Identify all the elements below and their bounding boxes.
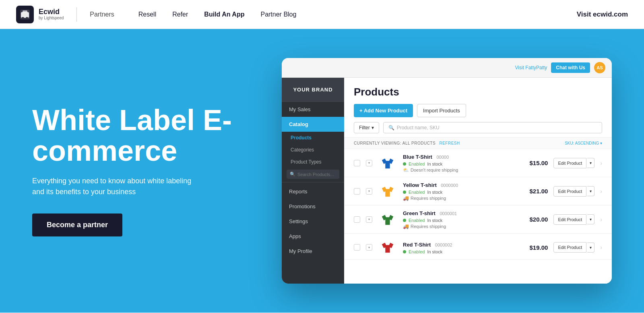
product-sku-3: 0000001: [440, 211, 457, 216]
row-arrow-1: ›: [600, 160, 602, 166]
sidebar-item-apps[interactable]: Apps: [282, 229, 344, 244]
product-price-4: $19.00: [524, 244, 548, 251]
sidebar-item-promotions[interactable]: Promotions: [282, 199, 344, 214]
product-stock-3: In stock: [427, 218, 442, 223]
main-header: Products + Add New Product Import Produc…: [344, 78, 612, 138]
sidebar-divider-1: [282, 182, 344, 182]
navbar-right: Visit ecwid.com: [577, 10, 628, 19]
shipping-label-3: Requires shipping: [411, 224, 446, 229]
edit-product-dropdown-1[interactable]: ▾: [587, 158, 594, 168]
product-price-2: $21.00: [524, 188, 548, 195]
product-stock-2: In stock: [427, 190, 442, 195]
edit-btn-wrap-1: Edit Product ▾: [553, 158, 594, 168]
row-arrow-2: ›: [600, 188, 602, 195]
product-stock-4: In stock: [427, 249, 442, 254]
chat-with-us-button[interactable]: Chat with Us: [551, 62, 590, 73]
product-info-1: Blue T-Shirt 00000 Enabled In stock ⛅: [403, 153, 518, 173]
sort-label[interactable]: SKU: ASCENDING ▾: [565, 141, 602, 145]
product-checkbox-1[interactable]: [354, 160, 360, 166]
table-row: ▾ Green T-shirt 0000001: [344, 205, 612, 234]
main-panel: Products + Add New Product Import Produc…: [344, 78, 612, 284]
product-checkbox-4[interactable]: [354, 244, 360, 251]
visit-ecwid-link[interactable]: Visit ecwid.com: [577, 10, 628, 18]
import-products-button[interactable]: Import Products: [417, 104, 466, 117]
shipping-icon-3: 🚚: [403, 224, 409, 229]
sidebar-item-my-profile[interactable]: My Profile: [282, 244, 344, 259]
nav-resell[interactable]: Resell: [138, 11, 156, 18]
shipping-label-1: Doesn't require shipping: [411, 168, 458, 172]
mockup-topbar: Visit FattyPatty Chat with Us AS: [282, 58, 612, 78]
add-new-product-button[interactable]: + Add New Product: [354, 104, 413, 117]
nav-refer[interactable]: Refer: [172, 11, 188, 18]
table-row: ▾ Blue T-Shirt 00000: [344, 149, 612, 177]
filter-button[interactable]: Filter ▾: [354, 122, 379, 133]
shipping-label-2: Requires shipping: [411, 196, 446, 201]
product-price-3: $20.00: [524, 216, 548, 223]
product-price-1: $15.00: [524, 160, 548, 166]
product-expand-1[interactable]: ▾: [366, 160, 372, 166]
product-status-1: Enabled In stock: [403, 162, 518, 166]
product-name-1: Blue T-Shirt: [403, 154, 432, 160]
product-image-4: [378, 238, 397, 257]
shipping-info-3: 🚚 Requires shipping: [403, 224, 518, 229]
nav-partner-blog[interactable]: Partner Blog: [260, 11, 296, 18]
product-expand-4[interactable]: ▾: [366, 244, 372, 251]
nav-links: Resell Refer Build An App Partner Blog: [138, 11, 297, 18]
edit-btn-wrap-3: Edit Product ▾: [553, 214, 594, 225]
sidebar-search[interactable]: 🔍: [287, 170, 339, 179]
main-title: Products: [354, 86, 602, 98]
svg-rect-2: [23, 10, 27, 13]
sidebar-sub-products[interactable]: Products: [282, 132, 344, 144]
hero-section: White Label E-commerce Everything you ne…: [0, 29, 644, 313]
product-checkbox-2[interactable]: [354, 188, 360, 195]
mockup-body: YOUR BRAND My Sales Catalog Products Cat…: [282, 78, 612, 284]
logo-divider: [76, 7, 77, 22]
product-expand-3[interactable]: ▾: [366, 216, 372, 223]
sidebar-sub-categories[interactable]: Categories: [282, 144, 344, 156]
product-status-2: Enabled In stock: [403, 190, 518, 195]
edit-product-button-3[interactable]: Edit Product: [553, 214, 586, 225]
svg-point-3: [22, 17, 24, 19]
product-enabled-4: Enabled: [409, 249, 425, 254]
product-expand-2[interactable]: ▾: [366, 188, 372, 195]
product-name-4: Red T-Shirt: [403, 242, 431, 248]
sidebar-item-reports[interactable]: Reports: [282, 184, 344, 199]
edit-product-button-1[interactable]: Edit Product: [553, 158, 586, 168]
edit-product-dropdown-3[interactable]: ▾: [587, 214, 594, 224]
become-partner-button[interactable]: Become a partner: [32, 214, 122, 236]
visit-fatty-patty-link[interactable]: Visit FattyPatty: [515, 65, 547, 70]
product-image-3: [378, 210, 397, 229]
search-placeholder: Product name, SKU: [397, 125, 440, 131]
svg-rect-1: [21, 12, 29, 18]
user-avatar: AS: [594, 62, 605, 73]
hero-subtitle: Everything you need to know about white …: [32, 176, 201, 197]
product-enabled-3: Enabled: [409, 218, 425, 223]
nav-build-an-app[interactable]: Build An App: [204, 11, 244, 18]
edit-product-button-4[interactable]: Edit Product: [553, 242, 586, 253]
status-dot-2: [403, 191, 406, 194]
refresh-label[interactable]: REFRESH: [439, 141, 460, 145]
sidebar-item-my-sales[interactable]: My Sales: [282, 102, 344, 117]
edit-product-dropdown-2[interactable]: ▾: [587, 186, 594, 196]
product-image-1: [378, 153, 397, 173]
sidebar-search-icon: 🔍: [290, 172, 295, 177]
product-checkbox-3[interactable]: [354, 216, 360, 223]
product-status-4: Enabled In stock: [403, 249, 518, 254]
logo-text: Ecwid by Lightspeed: [39, 8, 64, 21]
products-meta: CURRENTLY VIEWING: ALL PRODUCTS REFRESH …: [344, 138, 612, 149]
table-row: ▾ Red T-Shirt 0000002: [344, 234, 612, 260]
edit-product-button-2[interactable]: Edit Product: [553, 186, 586, 197]
navbar: Ecwid by Lightspeed Partners Resell Refe…: [0, 0, 644, 29]
status-dot-4: [403, 250, 406, 253]
hero-left: White Label E-commerce Everything you ne…: [32, 105, 258, 236]
sidebar-sub-product-types[interactable]: Product Types: [282, 156, 344, 168]
sidebar-search-input[interactable]: [297, 172, 334, 177]
logo-partners-label: Partners: [90, 11, 114, 18]
viewing-label: CURRENTLY VIEWING: ALL PRODUCTS REFRESH: [354, 141, 460, 145]
product-name-3: Green T-shirt: [403, 210, 436, 216]
sidebar-item-catalog[interactable]: Catalog: [282, 117, 344, 132]
product-search-bar[interactable]: 🔍 Product name, SKU: [383, 122, 602, 133]
edit-product-dropdown-4[interactable]: ▾: [587, 243, 594, 253]
status-dot-1: [403, 162, 406, 166]
sidebar-item-settings[interactable]: Settings: [282, 214, 344, 229]
